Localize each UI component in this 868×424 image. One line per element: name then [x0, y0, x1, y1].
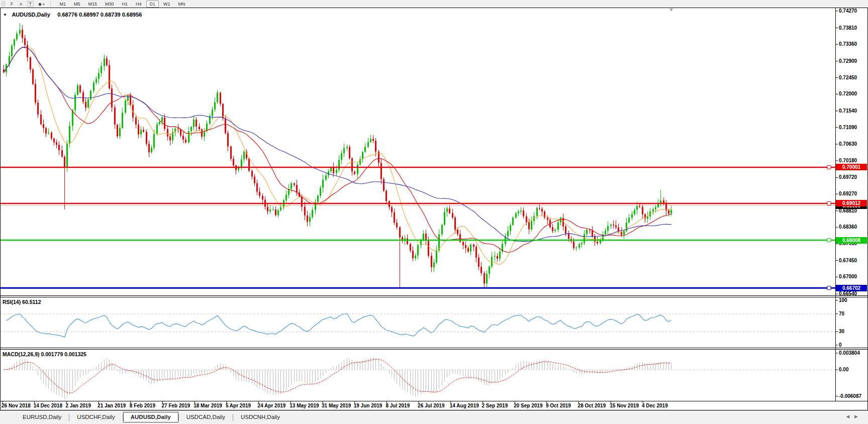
macd-axis-label: -0.006087	[839, 393, 861, 399]
shapes-dropdown-icon[interactable]: ◆▾	[35, 2, 47, 7]
macd-axis-label: 0.003804	[839, 350, 860, 356]
price-axis-label: 0.71090	[839, 125, 857, 130]
mt4-window: FAT◆▾ M1M5M15M30H1H4D1W1MN ▼ AUDUSD,Dail…	[0, 0, 868, 424]
date-axis-label: 31 May 2019	[322, 403, 351, 408]
axis-labels-layer: 0.742700.738100.733600.729000.724500.720…	[0, 0, 868, 424]
date-axis-label: 18 Mar 2019	[194, 403, 222, 408]
date-axis-label: 5 Apr 2019	[226, 403, 251, 408]
chart-symbol-label: AUDUSD,Daily	[12, 12, 50, 18]
text-label-tool-icon[interactable]: T	[27, 1, 34, 7]
timeframe-button-w1[interactable]: W1	[160, 1, 174, 8]
date-axis-label: 26 Nov 2018	[2, 403, 31, 408]
toolbar-drag-handle[interactable]	[2, 1, 6, 7]
timeframe-button-m5[interactable]: M5	[70, 1, 84, 8]
timeframe-button-d1[interactable]: D1	[146, 1, 159, 8]
macd-axis-label: 0.00	[839, 367, 848, 372]
date-axis-label: 13 May 2019	[290, 403, 319, 408]
price-axis-label: 0.72450	[839, 75, 857, 80]
date-axis-label: 2 Sep 2019	[482, 403, 508, 408]
price-line-tag: 0.70001	[836, 164, 867, 170]
chart-tab-bar: EURUSD,DailyUSDCHF,DailyAUDUSD,DailyUSDC…	[0, 410, 868, 424]
price-axis-label: 0.70180	[839, 158, 857, 163]
date-axis-label: 8 Feb 2019	[130, 403, 155, 408]
price-axis-label: 0.73360	[839, 41, 857, 47]
toolbar-separator	[50, 1, 53, 7]
tab-scroll-left-icon[interactable]: ◀	[846, 414, 854, 419]
rsi-axis-label: 0	[839, 342, 842, 348]
drawing-tools-group: FAT◆▾	[8, 0, 47, 8]
timeframe-button-mn[interactable]: MN	[175, 1, 189, 8]
timeframe-button-h1[interactable]: H1	[119, 1, 132, 8]
date-axis-label: 8 Jul 2019	[385, 403, 410, 408]
price-axis-label: 0.67450	[839, 258, 857, 263]
price-axis-label: 0.70630	[839, 141, 857, 147]
rsi-axis-label: 100	[839, 297, 847, 303]
price-line-tag: 0.66702	[836, 285, 867, 291]
dropdown-caret-icon[interactable]: ▾	[43, 3, 45, 6]
date-axis-label: 27 Feb 2019	[162, 403, 190, 408]
price-axis-label: 0.69270	[839, 191, 857, 196]
symbol-dropdown-icon[interactable]: ▼	[3, 13, 7, 17]
price-axis-label: 0.67000	[839, 274, 857, 279]
chart-tabs: EURUSD,DailyUSDCHF,DailyAUDUSD,DailyUSDC…	[15, 412, 287, 422]
date-axis-label: 4 Dec 2019	[642, 403, 668, 408]
date-axis-label: 14 Aug 2019	[450, 403, 479, 408]
price-axis-label: 0.73810	[839, 25, 857, 31]
date-axis-label: 15 Nov 2019	[610, 403, 639, 408]
rsi-indicator-label: RSI(14) 60.5112	[3, 299, 41, 305]
price-line-tag: 0.68008	[836, 237, 867, 244]
macd-indicator-label: MACD(12,26,9) 0.001779 0.001325	[3, 351, 86, 357]
price-axis-label: 0.72900	[839, 58, 857, 64]
timeframe-button-m1[interactable]: M1	[56, 1, 69, 8]
date-axis-label: 28 Oct 2019	[578, 403, 606, 408]
date-axis-label: 2 Jan 2019	[65, 403, 91, 408]
chart-ohlc-values: 0.68776 0.68997 0.68739 0.68956	[57, 12, 142, 18]
timeframe-button-m30[interactable]: M30	[102, 1, 118, 8]
price-axis-label: 0.69720	[839, 174, 857, 180]
date-axis-label: 14 Dec 2018	[34, 403, 62, 408]
tab-usdcnh[interactable]: USDCNH,Daily	[233, 412, 287, 422]
tab-audusd[interactable]: AUDUSD,Daily	[123, 412, 178, 422]
timeframe-buttons-group: M1M5M15M30H1H4D1W1MN	[55, 0, 189, 8]
timeframe-button-h4[interactable]: H4	[132, 1, 145, 8]
tab-scroll-arrows: ◀▶	[846, 414, 863, 419]
chart-title: ▼ AUDUSD,Daily 0.68776 0.68997 0.68739 0…	[3, 10, 142, 19]
date-axis-label: 20 Sep 2019	[514, 403, 542, 408]
fibonacci-tool-icon[interactable]: F	[8, 2, 17, 7]
rsi-axis-label: 70	[839, 311, 844, 316]
date-axis-label: 9 Oct 2019	[546, 403, 571, 408]
text-tool-icon[interactable]: A	[17, 2, 26, 7]
price-axis-label: 0.66540	[839, 291, 857, 296]
price-axis-label: 0.74270	[839, 8, 857, 14]
tab-eurusd[interactable]: EURUSD,Daily	[15, 412, 69, 422]
toolbar: FAT◆▾ M1M5M15M30H1H4D1W1MN	[0, 0, 868, 8]
price-line-tag: 0.69012	[836, 200, 867, 206]
tab-usdchf[interactable]: USDCHF,Daily	[69, 412, 122, 422]
price-axis-label: 0.72000	[839, 91, 857, 96]
date-axis-label: 21 Jan 2019	[98, 403, 126, 408]
price-axis-label: 0.68360	[839, 224, 857, 230]
price-axis-label: 0.71540	[839, 108, 857, 114]
date-axis-label: 19 Jun 2019	[354, 403, 382, 408]
tab-usdcad[interactable]: USDCAD,Daily	[179, 412, 233, 422]
timeframe-button-m15[interactable]: M15	[84, 1, 101, 8]
rsi-axis-label: 30	[839, 329, 844, 334]
date-axis-label: 26 Jul 2019	[418, 403, 444, 408]
date-axis-label: 24 Apr 2019	[258, 403, 286, 408]
tab-scroll-right-icon[interactable]: ▶	[854, 414, 863, 419]
